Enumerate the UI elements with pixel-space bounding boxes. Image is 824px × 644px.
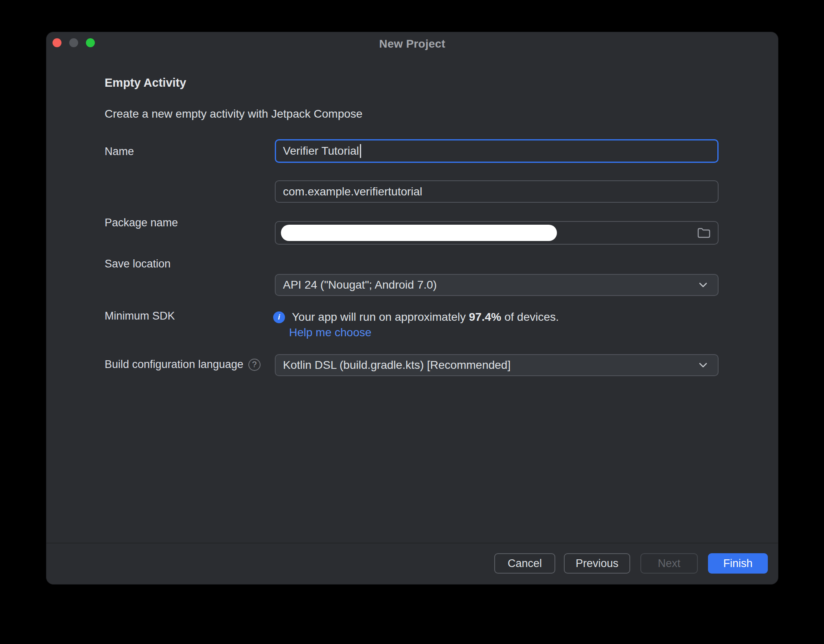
sdk-info-row: i Your app will run on approximately 97.… (273, 311, 559, 324)
minimum-sdk-label: Minimum SDK (105, 310, 175, 322)
build-config-label-row: Build configuration language ? (105, 358, 261, 371)
build-config-value: Kotlin DSL (build.gradle.kts) [Recommend… (283, 359, 511, 372)
package-name-value: com.example.verifiertutorial (283, 185, 422, 198)
screen-background: New Project Empty Activity Create a new … (0, 0, 824, 644)
package-name-input[interactable]: com.example.verifiertutorial (275, 180, 719, 203)
sdk-info-text: Your app will run on approximately 97.4%… (292, 311, 559, 324)
window-title: New Project (46, 37, 778, 50)
title-bar: New Project (46, 32, 778, 55)
help-circle-icon[interactable]: ? (248, 359, 261, 371)
browse-folder-button[interactable] (696, 225, 712, 241)
folder-icon (697, 227, 711, 239)
finish-button[interactable]: Finish (708, 553, 768, 574)
page-subtitle: Create a new empty activity with Jetpack… (105, 107, 362, 120)
sdk-info-prefix: Your app will run on approximately (292, 311, 469, 323)
save-location-input[interactable] (275, 221, 719, 245)
text-cursor (360, 144, 361, 158)
cancel-button[interactable]: Cancel (494, 553, 555, 574)
sdk-info-percent: 97.4% (469, 311, 501, 323)
minimum-sdk-select[interactable]: API 24 ("Nougat"; Android 7.0) (275, 274, 719, 296)
build-config-label: Build configuration language (105, 358, 243, 371)
minimum-sdk-value: API 24 ("Nougat"; Android 7.0) (283, 278, 437, 291)
sdk-info-suffix: of devices. (501, 311, 559, 323)
build-config-select[interactable]: Kotlin DSL (build.gradle.kts) [Recommend… (275, 354, 719, 376)
page-title: Empty Activity (105, 76, 186, 90)
name-input[interactable]: Verifier Tutorial (275, 139, 719, 163)
info-icon: i (273, 311, 285, 323)
name-input-value: Verifier Tutorial (283, 145, 359, 158)
dialog-footer: Cancel Previous Next Finish (46, 543, 778, 584)
previous-button[interactable]: Previous (564, 553, 630, 574)
name-label: Name (105, 145, 134, 158)
next-button: Next (640, 553, 698, 574)
package-name-label: Package name (105, 217, 178, 229)
chevron-down-icon (697, 359, 709, 372)
redacted-path-value (281, 225, 557, 241)
new-project-dialog: New Project Empty Activity Create a new … (46, 32, 778, 585)
chevron-down-icon (697, 278, 709, 291)
help-me-choose-link[interactable]: Help me choose (289, 326, 371, 339)
save-location-label: Save location (105, 258, 171, 270)
